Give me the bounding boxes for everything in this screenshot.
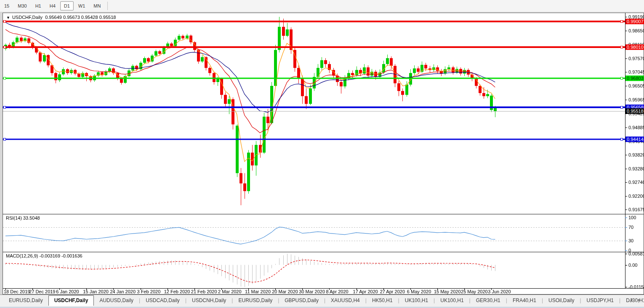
price-axis-label: 0.95965 xyxy=(628,97,644,102)
tab-audusd-daily[interactable]: AUDUSD,Daily xyxy=(94,296,139,306)
tab-gbpusd-daily[interactable]: GBPUSD,Daily xyxy=(279,296,324,306)
date-axis-label: 27 Apr 2020 xyxy=(380,289,405,294)
macd-axis-label: 0.00 xyxy=(628,263,637,268)
tab-xauusd-h4[interactable]: XAUUSD,H4 xyxy=(325,296,365,306)
date-axis-label: 18 Dec 2019 xyxy=(4,289,30,294)
date-axis-label: 2 Mar 2020 xyxy=(218,289,242,294)
macd-axis-label: 0.005818 xyxy=(628,251,644,256)
tab-uk100-h1[interactable]: UK100,H1 xyxy=(435,296,469,306)
macd-indicator-header: MACD(12,26,9) -0.003169 -0.001636 xyxy=(6,253,82,258)
timeframe-toolbar: 15M30H1H4D1W1MN xyxy=(0,0,644,12)
date-axis-label: 27 Dec 2019 xyxy=(29,289,55,294)
price-badge-0.99007: 0.99007 xyxy=(625,19,644,24)
toolbar-separator xyxy=(107,2,108,10)
macd-axis-label: -0.01151 xyxy=(628,284,644,289)
chart-canvas[interactable] xyxy=(3,13,644,294)
date-axis-label: 30 Mar 2020 xyxy=(299,289,325,294)
timeframe-button-m30[interactable]: M30 xyxy=(14,1,30,11)
timeframe-button-h1[interactable]: H1 xyxy=(32,1,45,11)
price-badge-0.98010: 0.98010 xyxy=(625,44,644,50)
rsi-indicator-header: RSI(14) 33.5048 xyxy=(6,215,40,220)
tab-usdcad-daily[interactable]: USDCAD,Daily xyxy=(140,296,185,306)
date-axis-label: 3 Feb 2020 xyxy=(137,289,161,294)
timeframe-button-15[interactable]: 15 xyxy=(0,1,13,11)
date-axis-label: 17 Apr 2020 xyxy=(353,289,378,294)
date-axis-label: 8 Apr 2020 xyxy=(326,289,348,294)
tab-usoil-daily[interactable]: USOil,Daily xyxy=(543,296,580,306)
trading-app: 15M30H1H4D1W1MN ▼USDCHF,Daily 0.95649 0.… xyxy=(0,0,644,308)
chevron-down-icon[interactable]: ▼ xyxy=(6,16,10,20)
rsi-axis-label: 30 xyxy=(628,238,633,243)
timeframe-button-mn[interactable]: MN xyxy=(90,1,104,11)
tab-ger30-h1[interactable]: GER30,H1 xyxy=(471,296,506,306)
date-axis-label: 6 Jan 2020 xyxy=(56,289,79,294)
price-axis-label: 0.93820 xyxy=(628,152,644,157)
price-axis-label: 0.91675 xyxy=(628,207,644,212)
price-axis-label: 0.94885 xyxy=(628,125,644,130)
rsi-axis-label: 70 xyxy=(628,225,633,230)
date-axis-label: 12 Feb 2020 xyxy=(164,289,190,294)
price-axis-label: 0.97570 xyxy=(628,56,644,61)
tab-usdjpy-h1[interactable]: USDJPY,H1 xyxy=(581,296,619,306)
price-badge-0.96803: 0.96803 xyxy=(625,75,644,81)
chart-title: ▼USDCHF,Daily 0.95649 0.95673 0.95428 0.… xyxy=(6,15,116,20)
price-axis-label: 0.97045 xyxy=(628,69,644,74)
date-axis-label: 11 Mar 2020 xyxy=(245,289,271,294)
timeframe-button-h4[interactable]: H4 xyxy=(46,1,59,11)
date-axis-label: 15 May 2020 xyxy=(434,289,461,294)
date-axis-label: 25 May 2020 xyxy=(461,289,488,294)
price-badge-0.94414: 0.94414 xyxy=(625,137,644,142)
tab-scroll-right-icon[interactable]: ► xyxy=(637,297,641,302)
price-axis-label: 0.92200 xyxy=(628,194,644,199)
price-axis-label: 0.93280 xyxy=(628,166,644,171)
tab-eurusd-daily[interactable]: EURUSD,Daily xyxy=(233,296,278,306)
tab-eurusd-daily[interactable]: EURUSD,Daily xyxy=(3,296,48,306)
timeframe-button-d1[interactable]: D1 xyxy=(60,1,74,11)
timeframe-button-w1[interactable]: W1 xyxy=(75,1,89,11)
rsi-axis-label: 100 xyxy=(628,215,636,220)
date-axis-label: 21 Feb 2020 xyxy=(191,289,217,294)
tab-scroll-controls: ◄ ► xyxy=(629,297,641,302)
date-axis-label: 24 Jan 2020 xyxy=(110,289,136,294)
date-axis-label: 6 May 2020 xyxy=(407,289,431,294)
tab-scroll-left-icon[interactable]: ◄ xyxy=(629,297,633,302)
tab-usdchf-daily[interactable]: USDCHF,Daily xyxy=(48,295,94,306)
chart-window: ▼USDCHF,Daily 0.95649 0.95673 0.95428 0.… xyxy=(3,13,644,295)
date-axis-label: 3 Jun 2020 xyxy=(488,289,511,294)
current-price-badge: 0.95518 xyxy=(625,108,644,114)
date-axis-label: 15 Jan 2020 xyxy=(83,289,109,294)
chart-tabs: EURUSD,DailyUSDCHF,DailyAUDUSD,Daily|USD… xyxy=(3,296,644,306)
chart-symbol-label: USDCHF,Daily xyxy=(12,15,43,20)
price-axis-label: 0.98650 xyxy=(628,28,644,33)
tab-hk50-h1[interactable]: HK50,H1 xyxy=(367,296,398,306)
date-axis-label: 20 Mar 2020 xyxy=(272,289,298,294)
chart-ohlc-values: 0.95649 0.95673 0.95428 0.95518 xyxy=(45,15,116,20)
price-axis-label: 0.92740 xyxy=(628,180,644,185)
chart-tab-bar: EURUSD,DailyUSDCHF,DailyAUDUSD,Daily|USD… xyxy=(0,295,644,308)
price-axis-label: 0.96505 xyxy=(628,83,644,88)
tab-uk100-h1[interactable]: UK100,H1 xyxy=(399,296,434,306)
tab-usdcnh-daily[interactable]: USDCNH,Daily xyxy=(186,296,232,306)
tab-fra40-h1[interactable]: FRA40,H1 xyxy=(507,296,542,306)
